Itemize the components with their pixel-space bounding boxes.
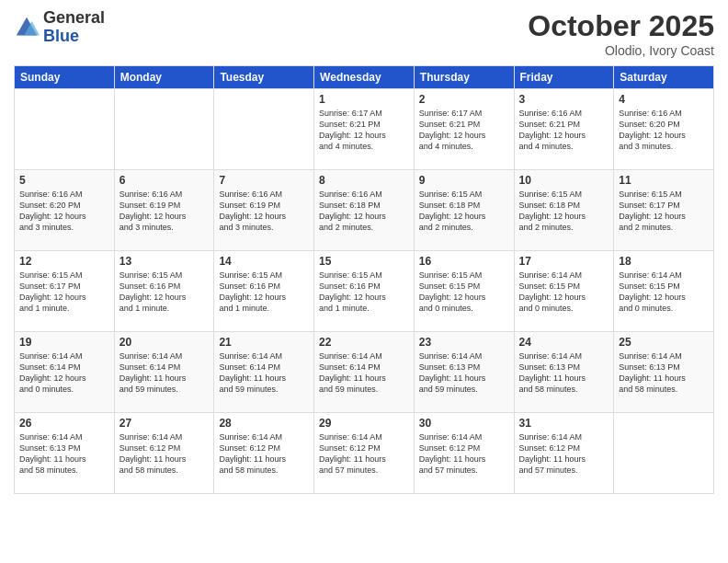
logo: General Blue	[14, 9, 105, 46]
day-info: Sunrise: 6:14 AM Sunset: 6:13 PM Dayligh…	[519, 350, 609, 396]
day-number: 15	[319, 255, 409, 268]
table-row: 20Sunrise: 6:14 AM Sunset: 6:14 PM Dayli…	[114, 332, 214, 413]
table-row: 13Sunrise: 6:15 AM Sunset: 6:16 PM Dayli…	[114, 251, 214, 332]
table-row: 16Sunrise: 6:15 AM Sunset: 6:15 PM Dayli…	[414, 251, 514, 332]
table-row: 26Sunrise: 6:14 AM Sunset: 6:13 PM Dayli…	[15, 413, 115, 494]
day-number: 28	[219, 417, 309, 430]
table-row: 5Sunrise: 6:16 AM Sunset: 6:20 PM Daylig…	[15, 170, 115, 251]
day-number: 31	[519, 417, 609, 430]
day-number: 22	[319, 336, 409, 349]
day-number: 2	[419, 93, 509, 106]
day-number: 7	[219, 174, 309, 187]
day-number: 6	[119, 174, 210, 187]
table-row: 9Sunrise: 6:15 AM Sunset: 6:18 PM Daylig…	[414, 170, 514, 251]
day-number: 17	[519, 255, 609, 268]
table-row: 29Sunrise: 6:14 AM Sunset: 6:12 PM Dayli…	[314, 413, 415, 494]
day-info: Sunrise: 6:17 AM Sunset: 6:21 PM Dayligh…	[319, 108, 409, 153]
day-info: Sunrise: 6:15 AM Sunset: 6:17 PM Dayligh…	[19, 270, 109, 315]
day-info: Sunrise: 6:14 AM Sunset: 6:13 PM Dayligh…	[619, 350, 709, 396]
day-info: Sunrise: 6:17 AM Sunset: 6:21 PM Dayligh…	[419, 108, 509, 153]
table-row: 11Sunrise: 6:15 AM Sunset: 6:17 PM Dayli…	[614, 170, 714, 251]
day-number: 30	[419, 417, 509, 430]
day-number: 12	[19, 255, 109, 268]
table-row: 19Sunrise: 6:14 AM Sunset: 6:14 PM Dayli…	[15, 332, 115, 413]
table-row: 28Sunrise: 6:14 AM Sunset: 6:12 PM Dayli…	[214, 413, 314, 494]
day-number: 25	[619, 336, 709, 349]
day-info: Sunrise: 6:14 AM Sunset: 6:13 PM Dayligh…	[419, 350, 509, 396]
col-thursday: Thursday	[414, 66, 514, 89]
day-number: 9	[419, 174, 509, 187]
day-info: Sunrise: 6:16 AM Sunset: 6:21 PM Dayligh…	[519, 108, 609, 153]
table-row: 22Sunrise: 6:14 AM Sunset: 6:14 PM Dayli…	[314, 332, 415, 413]
day-info: Sunrise: 6:14 AM Sunset: 6:14 PM Dayligh…	[219, 350, 309, 396]
page-container: General Blue October 2025 Olodio, Ivory …	[0, 0, 728, 563]
location-subtitle: Olodio, Ivory Coast	[528, 43, 714, 58]
day-info: Sunrise: 6:15 AM Sunset: 6:16 PM Dayligh…	[319, 270, 409, 315]
table-row: 2Sunrise: 6:17 AM Sunset: 6:21 PM Daylig…	[414, 89, 514, 170]
day-info: Sunrise: 6:14 AM Sunset: 6:12 PM Dayligh…	[419, 431, 509, 477]
col-wednesday: Wednesday	[314, 66, 415, 89]
calendar-week-2: 5Sunrise: 6:16 AM Sunset: 6:20 PM Daylig…	[15, 170, 714, 251]
table-row: 8Sunrise: 6:16 AM Sunset: 6:18 PM Daylig…	[314, 170, 415, 251]
table-row: 6Sunrise: 6:16 AM Sunset: 6:19 PM Daylig…	[114, 170, 214, 251]
col-sunday: Sunday	[15, 66, 115, 89]
day-number: 29	[319, 417, 409, 430]
col-tuesday: Tuesday	[214, 66, 314, 89]
day-number: 19	[19, 336, 109, 349]
day-info: Sunrise: 6:15 AM Sunset: 6:18 PM Dayligh…	[519, 189, 609, 234]
day-info: Sunrise: 6:14 AM Sunset: 6:12 PM Dayligh…	[219, 431, 309, 477]
day-info: Sunrise: 6:16 AM Sunset: 6:18 PM Dayligh…	[319, 189, 409, 234]
table-row: 17Sunrise: 6:14 AM Sunset: 6:15 PM Dayli…	[514, 251, 614, 332]
day-number: 5	[19, 174, 109, 187]
day-info: Sunrise: 6:16 AM Sunset: 6:19 PM Dayligh…	[219, 189, 309, 234]
day-number: 16	[419, 255, 509, 268]
day-number: 21	[219, 336, 309, 349]
table-row: 30Sunrise: 6:14 AM Sunset: 6:12 PM Dayli…	[414, 413, 514, 494]
logo-icon	[14, 15, 40, 40]
table-row: 10Sunrise: 6:15 AM Sunset: 6:18 PM Dayli…	[514, 170, 614, 251]
day-info: Sunrise: 6:14 AM Sunset: 6:15 PM Dayligh…	[619, 270, 709, 315]
calendar-week-3: 12Sunrise: 6:15 AM Sunset: 6:17 PM Dayli…	[15, 251, 714, 332]
table-row: 12Sunrise: 6:15 AM Sunset: 6:17 PM Dayli…	[15, 251, 115, 332]
table-row: 18Sunrise: 6:14 AM Sunset: 6:15 PM Dayli…	[614, 251, 714, 332]
day-number: 1	[319, 93, 409, 106]
day-number: 24	[519, 336, 609, 349]
day-info: Sunrise: 6:16 AM Sunset: 6:19 PM Dayligh…	[119, 189, 210, 234]
day-info: Sunrise: 6:14 AM Sunset: 6:12 PM Dayligh…	[519, 431, 609, 477]
day-info: Sunrise: 6:16 AM Sunset: 6:20 PM Dayligh…	[19, 189, 109, 234]
day-info: Sunrise: 6:14 AM Sunset: 6:12 PM Dayligh…	[119, 431, 210, 477]
day-info: Sunrise: 6:16 AM Sunset: 6:20 PM Dayligh…	[619, 108, 709, 153]
day-info: Sunrise: 6:14 AM Sunset: 6:15 PM Dayligh…	[519, 270, 609, 315]
day-info: Sunrise: 6:14 AM Sunset: 6:13 PM Dayligh…	[19, 431, 109, 477]
day-number: 23	[419, 336, 509, 349]
table-row	[614, 413, 714, 494]
day-number: 13	[119, 255, 210, 268]
table-row: 7Sunrise: 6:16 AM Sunset: 6:19 PM Daylig…	[214, 170, 314, 251]
table-row	[114, 89, 214, 170]
day-info: Sunrise: 6:14 AM Sunset: 6:12 PM Dayligh…	[319, 431, 409, 477]
calendar-header-row: Sunday Monday Tuesday Wednesday Thursday…	[15, 66, 714, 89]
table-row: 4Sunrise: 6:16 AM Sunset: 6:20 PM Daylig…	[614, 89, 714, 170]
day-number: 8	[319, 174, 409, 187]
table-row: 24Sunrise: 6:14 AM Sunset: 6:13 PM Dayli…	[514, 332, 614, 413]
title-block: October 2025 Olodio, Ivory Coast	[528, 9, 714, 58]
day-info: Sunrise: 6:14 AM Sunset: 6:14 PM Dayligh…	[119, 350, 210, 396]
table-row: 15Sunrise: 6:15 AM Sunset: 6:16 PM Dayli…	[314, 251, 415, 332]
col-saturday: Saturday	[614, 66, 714, 89]
logo-text: General Blue	[43, 9, 105, 46]
calendar-week-5: 26Sunrise: 6:14 AM Sunset: 6:13 PM Dayli…	[15, 413, 714, 494]
day-number: 4	[619, 93, 709, 106]
calendar-table: Sunday Monday Tuesday Wednesday Thursday…	[14, 65, 714, 494]
table-row	[15, 89, 115, 170]
day-info: Sunrise: 6:15 AM Sunset: 6:16 PM Dayligh…	[119, 270, 210, 315]
day-number: 20	[119, 336, 210, 349]
day-info: Sunrise: 6:15 AM Sunset: 6:18 PM Dayligh…	[419, 189, 509, 234]
day-number: 14	[219, 255, 309, 268]
logo-general: General	[43, 9, 105, 28]
table-row: 27Sunrise: 6:14 AM Sunset: 6:12 PM Dayli…	[114, 413, 214, 494]
table-row: 14Sunrise: 6:15 AM Sunset: 6:16 PM Dayli…	[214, 251, 314, 332]
col-monday: Monday	[114, 66, 214, 89]
day-info: Sunrise: 6:14 AM Sunset: 6:14 PM Dayligh…	[19, 350, 109, 396]
table-row: 1Sunrise: 6:17 AM Sunset: 6:21 PM Daylig…	[314, 89, 415, 170]
day-number: 10	[519, 174, 609, 187]
